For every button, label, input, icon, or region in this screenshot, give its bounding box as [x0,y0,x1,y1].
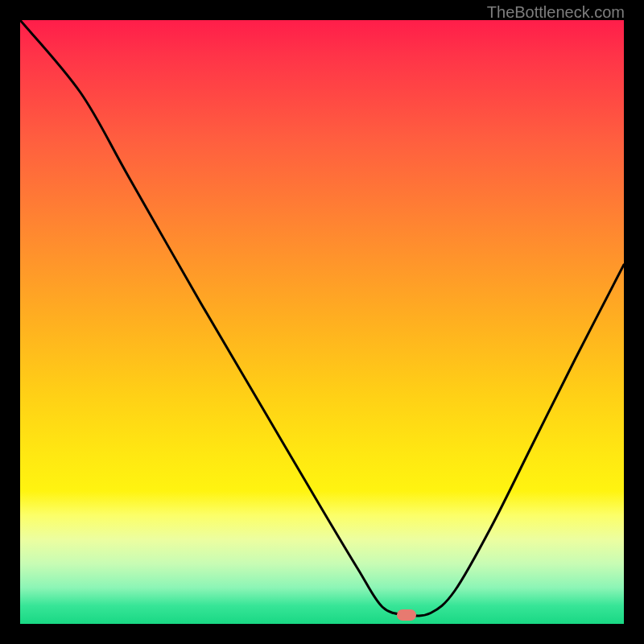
bottleneck-curve [20,20,624,624]
watermark-text: TheBottleneck.com [487,3,625,22]
optimal-point-marker [397,609,416,621]
